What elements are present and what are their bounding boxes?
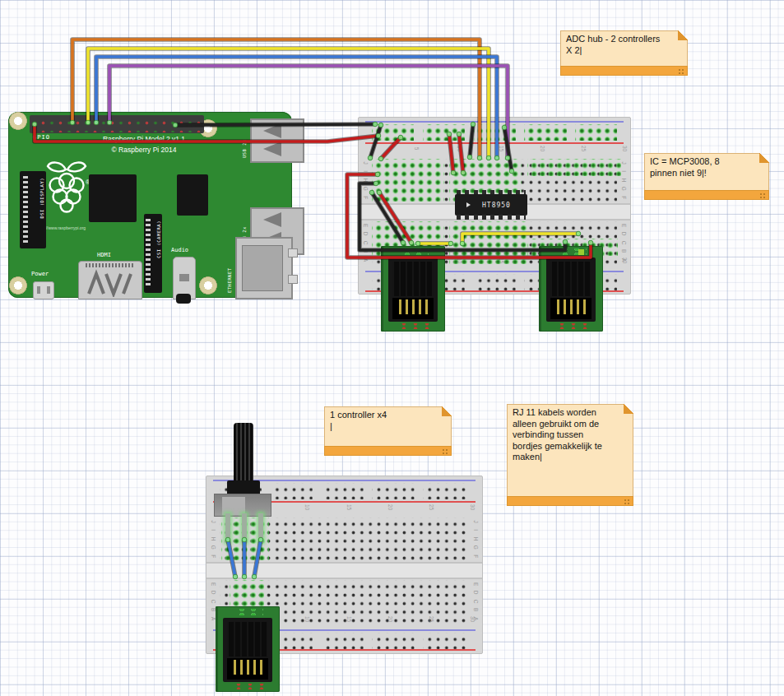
- column-number: 15: [346, 504, 352, 510]
- pi-copyright: © Raspberry Pi 2014: [8, 146, 280, 154]
- column-number: 25: [429, 616, 434, 622]
- note-fold-corner: [442, 406, 452, 416]
- column-number: 20: [540, 146, 545, 151]
- row-letter: G: [471, 543, 480, 551]
- csi-label: CSI (CAMERA): [156, 220, 161, 258]
- rj11-pins: [234, 609, 263, 615]
- fritzing-canvas[interactable]: GPIO Raspberry Pi Model 2 v1.1 © Raspber…: [0, 0, 784, 696]
- row-letter: F: [619, 193, 628, 202]
- column-number: 20: [387, 616, 393, 622]
- hdmi-label: HDMI: [97, 252, 111, 258]
- column-number: 30: [623, 258, 629, 263]
- raspberry-pi-board[interactable]: GPIO Raspberry Pi Model 2 v1.1 © Raspber…: [8, 112, 292, 298]
- mounting-hole: [199, 276, 217, 295]
- rj11-breakout-2[interactable]: [539, 246, 603, 332]
- note-body[interactable]: IC = MCP3008, 8 pinnen niet 9|!: [644, 153, 769, 192]
- rj11-gold-pins: [557, 299, 587, 314]
- csi-connector: CSI (CAMERA): [144, 214, 162, 293]
- row-letter: F: [471, 552, 480, 560]
- row-letters: EDCBA: [361, 221, 369, 264]
- dsi-label: DSI (DISPLAY): [39, 178, 44, 219]
- note-title-bar[interactable]: [324, 446, 452, 456]
- audio-jack: [173, 257, 196, 299]
- row-letter: H: [361, 176, 369, 184]
- row-letter: D: [361, 230, 369, 239]
- note-body[interactable]: ADC hub - 2 controllers X 2|: [560, 30, 688, 67]
- resize-grip-icon[interactable]: [759, 193, 767, 198]
- row-letter: J: [361, 159, 369, 167]
- row-letter: B: [619, 247, 628, 255]
- power-rail-top[interactable]: [372, 124, 617, 141]
- row-letter: H: [471, 535, 480, 543]
- column-number: 15: [346, 616, 352, 622]
- note-text[interactable]: IC = MCP3008, 8 pinnen niet 9|!: [645, 154, 768, 181]
- column-number: 25: [581, 146, 587, 151]
- row-letter: D: [209, 589, 217, 597]
- rj11-breakout-3[interactable]: [216, 606, 280, 692]
- column-number: 30: [471, 616, 476, 622]
- usb-slot: [263, 123, 281, 138]
- note-text[interactable]: ADC hub - 2 controllers X 2|: [561, 31, 687, 58]
- rj11-solder-pads: [554, 323, 588, 329]
- note-title-bar[interactable]: [644, 190, 769, 200]
- row-letter: I: [361, 168, 369, 176]
- mounting-hole: [9, 276, 27, 295]
- potentiometer-shaft[interactable]: [234, 423, 253, 485]
- usb-port-top: [250, 118, 304, 163]
- note-fold-corner: [624, 404, 633, 414]
- sticky-note-rj11[interactable]: RJ 11 kabels worden alleen gebruikt om d…: [507, 404, 633, 506]
- note-fold-corner: [678, 30, 688, 40]
- ethernet-nub: [288, 275, 298, 284]
- row-letters: JIHGF: [361, 159, 369, 202]
- row-letter: F: [361, 193, 369, 202]
- row-letter: A: [361, 256, 369, 264]
- note-title-bar[interactable]: [507, 496, 633, 506]
- resize-grip-icon[interactable]: [678, 68, 685, 74]
- column-number: 15: [499, 146, 504, 151]
- usb-slot: [263, 142, 281, 156]
- row-letter: G: [361, 184, 369, 193]
- note-body[interactable]: RJ 11 kabels worden alleen gebruikt om d…: [507, 404, 633, 498]
- rj11-jack: [223, 618, 272, 682]
- row-letter: C: [361, 239, 369, 247]
- note-body[interactable]: 1 controller x4 |: [324, 406, 452, 448]
- row-letters: JIHGF: [471, 517, 480, 560]
- note-fold-corner: [759, 153, 769, 163]
- audio-label: Audio: [171, 247, 188, 253]
- power-port: [33, 281, 54, 299]
- sticky-note-adc-hub[interactable]: ADC hub - 2 controllers X 2|: [560, 30, 688, 76]
- ic-label: HT8950: [482, 202, 511, 209]
- row-letter: F: [209, 552, 217, 560]
- usb-slot: [263, 212, 281, 227]
- resize-grip-icon[interactable]: [442, 448, 449, 454]
- soc-chip: [89, 174, 137, 222]
- ethernet-port: [235, 237, 293, 299]
- rj11-gold-pins: [399, 299, 429, 314]
- ic-ht8950[interactable]: HT8950: [455, 190, 527, 220]
- column-number: 15: [499, 258, 504, 263]
- rj11-breakout-1[interactable]: [381, 246, 445, 332]
- potentiometer[interactable]: [212, 423, 271, 543]
- dsi-connector: DSI (DISPLAY): [20, 171, 46, 248]
- rj11-led: [578, 249, 584, 255]
- row-letter: J: [471, 517, 480, 526]
- row-letter: D: [471, 589, 480, 597]
- resize-grip-icon[interactable]: [624, 499, 631, 504]
- usb-controller-chip: [177, 174, 208, 216]
- rj11-solder-pads: [396, 323, 430, 329]
- sticky-note-mcp3008[interactable]: IC = MCP3008, 8 pinnen niet 9|!: [644, 153, 769, 200]
- column-number: 20: [387, 504, 393, 510]
- gpio-pins[interactable]: [30, 116, 203, 132]
- note-title-bar[interactable]: [560, 66, 688, 76]
- rail-line-red: [365, 142, 624, 144]
- sticky-note-controller[interactable]: 1 controller x4 |: [324, 406, 452, 456]
- ic-pin1-marker: [466, 202, 471, 207]
- note-text[interactable]: 1 controller x4 |: [325, 407, 451, 434]
- column-number: 10: [305, 616, 311, 622]
- connector-teeth: [146, 219, 151, 288]
- ic-pins: [457, 215, 526, 220]
- column-number: 30: [471, 504, 476, 510]
- row-letter: E: [361, 221, 369, 230]
- note-text[interactable]: RJ 11 kabels worden alleen gebruikt om d…: [508, 405, 633, 466]
- gpio-header[interactable]: [30, 115, 204, 133]
